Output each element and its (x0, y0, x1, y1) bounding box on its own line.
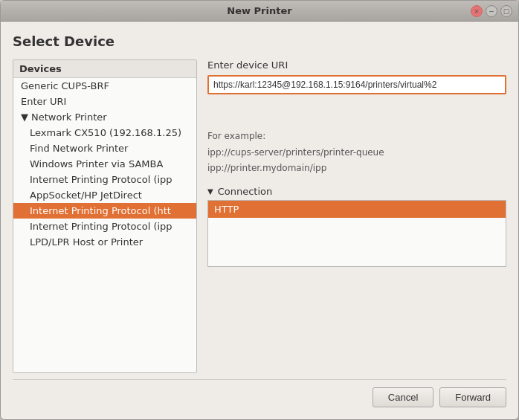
maximize-button[interactable]: □ (500, 5, 512, 17)
device-item-lexmark[interactable]: Lexmark CX510 (192.168.1.25) (13, 125, 196, 140)
device-item-windows-samba[interactable]: Windows Printer via SAMBA (13, 156, 196, 172)
example-line-2: ipp://printer.mydomain/ipp (207, 163, 326, 173)
minimize-button[interactable]: − (486, 5, 497, 17)
device-item-lpd[interactable]: LPD/LPR Host or Printer (13, 234, 196, 250)
titlebar-buttons: × − □ (471, 5, 512, 17)
cancel-button[interactable]: Cancel (373, 387, 433, 407)
connection-item-http[interactable]: HTTP (208, 201, 506, 218)
page-title: Select Device (13, 33, 506, 49)
network-printer-arrow: ▼ (21, 112, 28, 123)
connection-arrow-icon: ▼ (207, 187, 213, 196)
forward-button[interactable]: Forward (439, 387, 506, 407)
titlebar: New Printer × − □ (1, 1, 518, 22)
right-panel: Enter device URI For example: ipp://cups… (207, 59, 506, 373)
device-item-enter-uri[interactable]: Enter URI (13, 94, 196, 109)
window-title: New Printer (227, 5, 291, 16)
example-line-1: ipp://cups-server/printers/printer-queue (207, 147, 384, 158)
new-printer-window: New Printer × − □ Select Device Devices … (0, 0, 519, 420)
content-area: Select Device Devices Generic CUPS-BRF E… (1, 22, 518, 419)
device-item-find-network[interactable]: Find Network Printer (13, 140, 196, 156)
device-item-generic-cups-brf[interactable]: Generic CUPS-BRF (13, 78, 196, 94)
uri-input[interactable] (207, 75, 506, 94)
connection-list[interactable]: HTTP (207, 200, 506, 267)
uri-example: For example: ipp://cups-server/printers/… (207, 129, 506, 177)
connection-label: ▼ Connection (207, 186, 506, 197)
device-item-ipp1[interactable]: Internet Printing Protocol (ipp (13, 172, 196, 187)
connection-section: ▼ Connection HTTP (207, 186, 506, 267)
connection-label-text: Connection (218, 186, 273, 197)
button-bar: Cancel Forward (13, 379, 506, 407)
uri-label: Enter device URI (207, 59, 506, 71)
device-item-ipp2[interactable]: Internet Printing Protocol (ipp (13, 219, 196, 234)
device-item-appsocket[interactable]: AppSocket/HP JetDirect (13, 187, 196, 203)
devices-panel: Devices Generic CUPS-BRF Enter URI ▼Netw… (13, 59, 197, 373)
uri-section: Enter device URI For example: ipp://cups… (207, 59, 506, 177)
device-item-network-printer[interactable]: ▼Network Printer (13, 109, 196, 125)
close-button[interactable]: × (471, 5, 483, 17)
devices-header: Devices (13, 60, 196, 78)
example-label: For example: (207, 131, 265, 141)
main-area: Devices Generic CUPS-BRF Enter URI ▼Netw… (13, 59, 506, 373)
device-item-ipp-http[interactable]: Internet Printing Protocol (htt (13, 203, 196, 219)
